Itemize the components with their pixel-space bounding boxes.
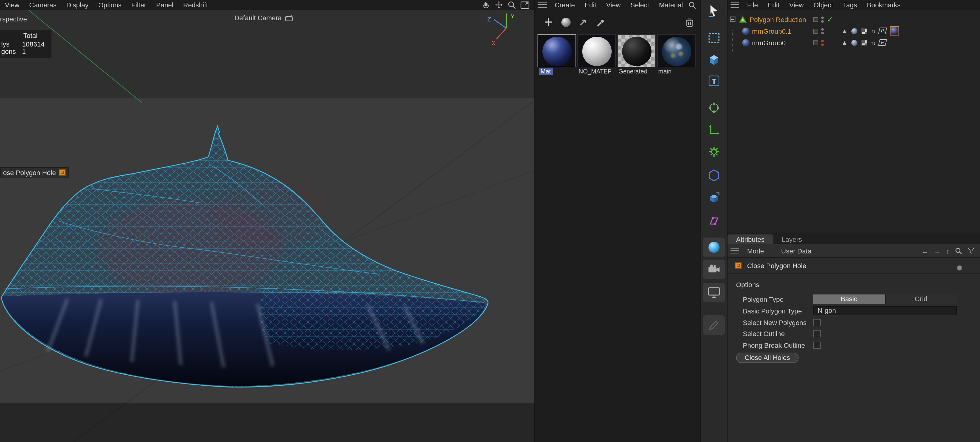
new-material-sphere-icon[interactable] — [562, 17, 571, 27]
param-polygon-type: Polygon Type Basic Grid — [727, 293, 980, 305]
close-all-holes-button[interactable]: Close All Holes — [736, 353, 799, 363]
delete-material-trash-icon[interactable] — [685, 17, 694, 27]
menu-om-object[interactable]: Object — [809, 0, 838, 10]
panel-knob[interactable] — [957, 265, 962, 271]
gear-tool-icon[interactable] — [703, 142, 725, 162]
text-tool-icon[interactable]: T — [703, 71, 725, 90]
hexagon-tool-icon[interactable] — [703, 165, 725, 185]
menu-material[interactable]: Material — [654, 0, 688, 10]
toggle-view-layout-icon[interactable] — [520, 1, 530, 9]
simulate-sphere-icon[interactable] — [703, 238, 725, 257]
camera-label-wrap[interactable]: Default Camera — [202, 14, 325, 21]
viewport-canvas: Y Z X — [0, 10, 535, 442]
uvw-tag-icon[interactable] — [861, 28, 867, 34]
view-name-label[interactable]: rspective — [0, 15, 27, 23]
material-tag-icon[interactable] — [890, 26, 899, 35]
stats-ngons-value: 1 — [22, 48, 26, 55]
phong-tag-icon[interactable]: P — [878, 27, 887, 34]
menu-om-view[interactable]: View — [784, 0, 808, 10]
rectangle-select-icon[interactable] — [703, 28, 725, 48]
normal-tag-icon[interactable]: ▲ — [842, 39, 848, 46]
move-tool-icon[interactable] — [703, 1, 725, 21]
menu-view[interactable]: View — [0, 0, 24, 10]
material-toolbar — [535, 12, 701, 32]
menu-panel[interactable]: Panel — [151, 0, 178, 10]
object-row-mmgroup0[interactable]: mmGroup0 ▲ ↑↓ P — [727, 37, 980, 48]
apply-material-arrow-icon[interactable] — [579, 17, 588, 27]
volume-cube-icon[interactable] — [703, 188, 725, 208]
menu-select[interactable]: Select — [625, 0, 654, 10]
dolly-move-icon[interactable] — [495, 1, 503, 9]
object-name[interactable]: mmGroup0.1 — [752, 27, 791, 35]
menu-display[interactable]: Display — [62, 0, 94, 10]
viewport-3d[interactable]: Y Z X Default Camera rspective Total lys… — [0, 10, 535, 442]
attributes-tabbar: Attributes Layers — [727, 233, 980, 244]
symmetry-tag-icon[interactable]: ↑↓ — [871, 28, 875, 34]
pan-hand-icon[interactable] — [482, 1, 490, 9]
layer-chip-icon[interactable] — [813, 17, 818, 22]
menu-view2[interactable]: View — [601, 0, 625, 10]
zoom-icon[interactable] — [508, 1, 516, 9]
select-new-polygons-checkbox[interactable] — [813, 318, 821, 326]
material-menu-icon[interactable] — [538, 2, 547, 8]
menu-cameras[interactable]: Cameras — [24, 0, 61, 10]
phong-tag-icon[interactable]: P — [878, 39, 887, 46]
visibility-dots[interactable] — [821, 16, 824, 22]
mode-menu[interactable]: Mode — [742, 246, 769, 256]
material-item-mat[interactable]: Mat — [538, 34, 576, 75]
attr-search-icon[interactable] — [955, 247, 962, 254]
render-display-icon[interactable] — [703, 283, 725, 303]
expander-icon[interactable] — [730, 16, 735, 22]
history-back-icon[interactable]: ← — [921, 247, 928, 254]
polygon-type-grid-button[interactable]: Grid — [885, 295, 957, 304]
menu-om-file[interactable]: File — [742, 0, 763, 10]
visibility-dots[interactable] — [821, 40, 824, 46]
cube-primitive-icon[interactable] — [703, 49, 725, 69]
enabled-check-icon[interactable]: ✓ — [827, 15, 833, 24]
select-outline-checkbox[interactable] — [813, 330, 821, 337]
menu-om-edit[interactable]: Edit — [763, 0, 784, 10]
editable-points-icon[interactable] — [703, 98, 725, 117]
parent-up-icon[interactable]: ↑ — [946, 247, 949, 254]
attributes-menu-icon[interactable] — [730, 248, 739, 253]
layer-chip-icon[interactable] — [813, 29, 818, 33]
uvw-tag-icon[interactable] — [861, 40, 867, 46]
history-forward-icon[interactable]: → — [934, 247, 940, 254]
menu-edit[interactable]: Edit — [580, 0, 601, 10]
camera-tool-icon[interactable] — [703, 260, 725, 279]
menu-create[interactable]: Create — [550, 0, 580, 10]
basic-polygon-type-dropdown[interactable]: N-gon — [813, 306, 957, 315]
smoothing-tag-icon[interactable] — [851, 40, 858, 46]
layer-chip-icon[interactable] — [813, 40, 818, 45]
object-manager-menu-icon[interactable] — [730, 2, 739, 8]
menu-options[interactable]: Options — [94, 0, 127, 10]
menu-om-bookmarks[interactable]: Bookmarks — [862, 0, 905, 10]
add-material-icon[interactable] — [544, 17, 554, 27]
phong-break-outline-checkbox[interactable] — [813, 341, 821, 349]
filter-funnel-icon[interactable] — [968, 247, 975, 254]
object-row-mmgroup0-1[interactable]: mmGroup0.1 ▲ ↑↓ P — [727, 25, 980, 37]
spline-tool-icon[interactable] — [703, 211, 725, 231]
menu-filter[interactable]: Filter — [127, 0, 151, 10]
object-name[interactable]: mmGroup0 — [752, 39, 786, 46]
material-item-no-material[interactable]: NO_MATEF — [578, 34, 616, 75]
normal-tag-icon[interactable]: ▲ — [842, 27, 848, 34]
visibility-dots[interactable] — [821, 28, 824, 34]
material-item-main[interactable]: main — [657, 34, 695, 75]
mode-value[interactable]: User Data — [769, 246, 816, 256]
tab-layers[interactable]: Layers — [773, 234, 811, 244]
object-row-polygon-reduction[interactable]: Polygon Reduction ✓ — [727, 13, 980, 25]
menu-redshift[interactable]: Redshift — [178, 0, 213, 10]
search-icon[interactable] — [688, 1, 696, 9]
menu-om-tags[interactable]: Tags — [838, 0, 862, 10]
polygon-type-basic-button[interactable]: Basic — [813, 295, 885, 304]
smoothing-tag-icon[interactable] — [851, 28, 858, 34]
object-name[interactable]: Polygon Reduction — [749, 16, 806, 23]
axis-modify-icon[interactable] — [703, 120, 725, 139]
tab-attributes[interactable]: Attributes — [727, 234, 773, 244]
annotate-pencil-icon[interactable] — [703, 315, 725, 335]
eyedropper-icon[interactable] — [596, 17, 605, 27]
options-section-label[interactable]: Options — [736, 281, 759, 288]
material-item-generated[interactable]: Generated — [617, 34, 656, 75]
symmetry-tag-icon[interactable]: ↑↓ — [871, 40, 875, 46]
